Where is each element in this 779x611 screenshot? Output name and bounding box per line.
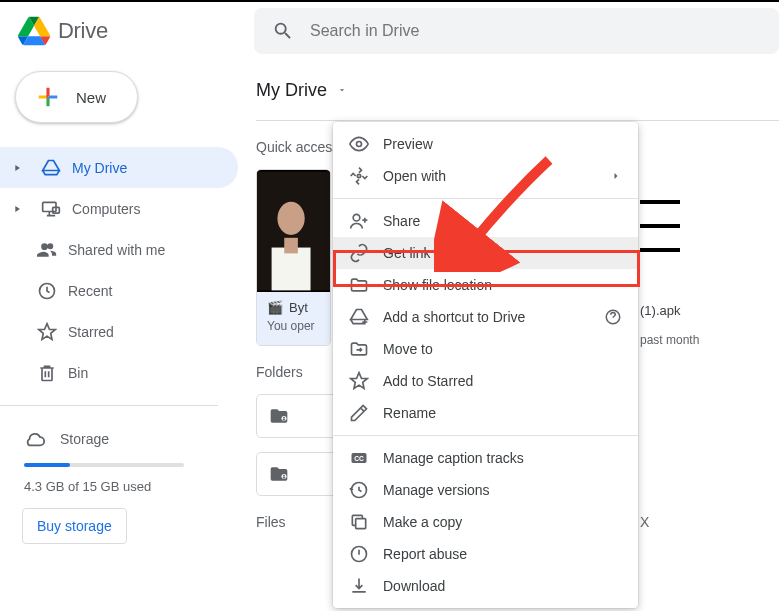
menu-make-copy[interactable]: Make a copy (333, 506, 638, 538)
menu-label: Rename (383, 405, 622, 421)
computers-icon (30, 199, 72, 219)
sidebar-item-label: My Drive (72, 160, 127, 176)
header: Drive (0, 2, 779, 60)
people-icon (26, 240, 68, 260)
menu-add-starred[interactable]: Add to Starred (333, 365, 638, 397)
card-title: (1).apk (640, 303, 680, 318)
menu-label: Make a copy (383, 514, 622, 530)
svg-rect-18 (356, 519, 366, 529)
menu-move-to[interactable]: Move to (333, 333, 638, 365)
folder-icon (349, 275, 383, 295)
sidebar-item-label: Recent (68, 283, 112, 299)
svg-point-11 (283, 475, 285, 477)
help-icon[interactable] (604, 308, 622, 326)
copy-icon (349, 512, 383, 532)
storage-label: Storage (60, 431, 109, 447)
menu-label: Get link (383, 245, 622, 261)
chevron-right-icon (610, 170, 622, 182)
menu-label: Download (383, 578, 622, 594)
divider (256, 120, 779, 121)
eye-icon (349, 134, 383, 154)
menu-manage-versions[interactable]: Manage versions (333, 474, 638, 506)
menu-get-link[interactable]: Get link (333, 237, 638, 269)
svg-rect-6 (272, 248, 311, 291)
sidebar-nav: My Drive Computers Shared with me Recent… (0, 147, 238, 393)
cloud-icon (24, 428, 46, 450)
history-icon (349, 480, 383, 500)
sidebar-item-label: Bin (68, 365, 88, 381)
sidebar-item-bin[interactable]: Bin (0, 352, 238, 393)
new-button[interactable]: New (15, 71, 138, 123)
folder-chip[interactable] (256, 452, 341, 496)
menu-label: Add to Starred (383, 373, 622, 389)
divider (0, 405, 218, 406)
mydrive-title: My Drive (256, 80, 327, 101)
quick-card-video[interactable]: 🎬Byt You oper (256, 169, 331, 346)
clock-icon (26, 281, 68, 301)
card-title: Byt (289, 300, 308, 315)
report-icon (349, 544, 383, 564)
star-icon (349, 371, 383, 391)
menu-label: Move to (383, 341, 622, 357)
sidebar-item-storage[interactable]: Storage (0, 418, 238, 459)
svg-point-14 (353, 214, 360, 221)
pencil-icon (349, 403, 383, 423)
menu-preview[interactable]: Preview (333, 128, 638, 160)
menu-label: Add a shortcut to Drive (383, 309, 622, 325)
sidebar-item-computers[interactable]: Computers (0, 188, 238, 229)
menu-label: Manage versions (383, 482, 622, 498)
trash-icon (26, 363, 68, 383)
sidebar-item-recent[interactable]: Recent (0, 270, 238, 311)
menu-manage-captions[interactable]: CCManage caption tracks (333, 442, 638, 474)
drive-icon (30, 158, 72, 178)
sidebar: New My Drive Computers Shared with me Re… (0, 60, 238, 611)
svg-point-9 (283, 417, 285, 419)
menu-download[interactable]: Download (333, 570, 638, 602)
menu-open-with[interactable]: Open with (333, 160, 638, 192)
divider (333, 435, 638, 436)
sidebar-item-label: Starred (68, 324, 114, 340)
svg-text:CC: CC (354, 455, 364, 462)
menu-label: Preview (383, 136, 622, 152)
card-subtitle: past month (640, 333, 699, 347)
chevron-down-icon (337, 85, 347, 95)
storage-bar (24, 463, 184, 467)
brand-text: Drive (58, 18, 108, 44)
folder-icon (269, 464, 289, 484)
plus-icon (34, 83, 62, 111)
menu-add-shortcut[interactable]: Add a shortcut to Drive (333, 301, 638, 333)
sidebar-item-starred[interactable]: Starred (0, 311, 238, 352)
menu-show-location[interactable]: Show file location (333, 269, 638, 301)
search-bar[interactable] (254, 8, 779, 54)
drive-shortcut-icon (349, 307, 383, 327)
move-icon (349, 339, 383, 359)
open-with-icon (349, 166, 383, 186)
menu-label: Open with (383, 168, 622, 184)
folder-icon (269, 406, 289, 426)
buy-storage-button[interactable]: Buy storage (22, 508, 127, 544)
folder-chip[interactable] (256, 394, 341, 438)
sidebar-item-shared[interactable]: Shared with me (0, 229, 238, 270)
person-add-icon (349, 211, 383, 231)
sidebar-item-my-drive[interactable]: My Drive (0, 147, 238, 188)
menu-share[interactable]: Share (333, 205, 638, 237)
menu-label: Share (383, 213, 622, 229)
sidebar-item-label: Computers (72, 201, 140, 217)
card-subtitle: You oper (267, 319, 320, 333)
menu-report-abuse[interactable]: Report abuse (333, 538, 638, 570)
caret-right-icon (12, 163, 30, 173)
star-icon (26, 322, 68, 342)
link-icon (349, 243, 383, 263)
search-icon (272, 20, 294, 42)
download-icon (349, 576, 383, 596)
menu-rename[interactable]: Rename (333, 397, 638, 429)
svg-rect-7 (284, 238, 298, 254)
mydrive-dropdown[interactable]: My Drive (256, 74, 779, 106)
search-input[interactable] (310, 22, 761, 40)
video-icon: 🎬 (267, 300, 283, 315)
cc-icon: CC (349, 448, 383, 468)
svg-point-13 (357, 174, 360, 177)
sidebar-item-label: Shared with me (68, 242, 165, 258)
video-thumb (257, 170, 330, 292)
folder-label: X (640, 514, 649, 530)
